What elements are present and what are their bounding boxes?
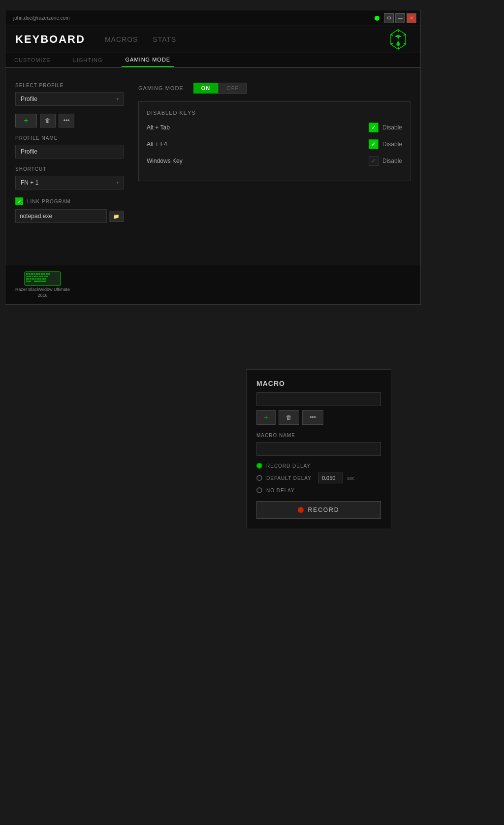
svg-rect-21 [36, 276, 38, 277]
link-program-label: LINK PROGRAM [27, 199, 71, 204]
profile-name-input[interactable] [15, 145, 124, 159]
key-name-alt-f4: Alt + F4 [147, 141, 167, 148]
gaming-mode-toggle: ON OFF [193, 83, 248, 94]
key-disable-alt-tab: Disable [382, 124, 402, 131]
nav-bar: KEYBOARD MACROS STATS [5, 26, 420, 53]
svg-rect-35 [26, 281, 29, 282]
macro-title: MACRO [256, 380, 381, 387]
macro-list-input[interactable] [256, 392, 381, 406]
left-panel: SELECT PROFILE Profile ▼ + 🗑 ••• PR [15, 83, 124, 250]
record-button-label: RECORD [308, 507, 339, 513]
no-delay-label: NO DELAY [266, 488, 295, 493]
profile-dropdown-wrapper: Profile ▼ [15, 92, 124, 106]
svg-rect-19 [32, 276, 33, 277]
record-dot-icon [298, 507, 304, 513]
link-program-input-row: 📁 [15, 209, 124, 223]
svg-rect-12 [38, 273, 40, 275]
main-content: SELECT PROFILE Profile ▼ + 🗑 ••• PR [5, 68, 420, 265]
nav-item-macros[interactable]: MACROS [105, 35, 138, 43]
svg-rect-29 [34, 278, 36, 280]
add-profile-button[interactable]: + [15, 114, 37, 127]
minimize-button[interactable]: — [395, 13, 405, 23]
macro-actions: + 🗑 ••• [256, 410, 381, 425]
razer-logo [386, 27, 410, 52]
trash-icon: 🗑 [45, 117, 51, 124]
record-delay-radio[interactable] [256, 463, 262, 469]
shortcut-dropdown[interactable]: FN + 1 [15, 176, 124, 190]
svg-rect-8 [29, 273, 31, 275]
device-name: Razer BlackWidow Ultimate 2016 [15, 287, 70, 298]
svg-rect-10 [33, 273, 35, 275]
profile-name-label: PROFILE NAME [15, 135, 124, 141]
svg-rect-34 [34, 281, 46, 282]
select-profile-label: SELECT PROFILE [15, 83, 124, 88]
default-delay-label: DEFAULT DELAY [266, 476, 312, 481]
shortcut-label: SHORTCUT [15, 166, 124, 172]
default-delay-radio[interactable] [256, 475, 262, 481]
file-browse-button[interactable]: 📁 [109, 211, 124, 222]
key-disable-windows: Disable [382, 158, 402, 164]
svg-rect-32 [42, 278, 44, 280]
key-right-alt-f4: ✓ Disable [369, 139, 402, 149]
svg-rect-16 [48, 273, 50, 275]
svg-rect-22 [39, 276, 41, 277]
record-button[interactable]: RECORD [256, 501, 381, 519]
svg-rect-18 [29, 276, 31, 277]
profile-dropdown[interactable]: Profile [15, 92, 124, 106]
tab-customize[interactable]: CUSTOMIZE [10, 53, 55, 67]
nav-item-stats[interactable]: STATS [153, 35, 176, 43]
key-right-alt-tab: ✓ Disable [369, 123, 402, 132]
macro-name-label: MACRO NAME [256, 433, 381, 438]
gaming-mode-on-button[interactable]: ON [193, 83, 219, 94]
close-button[interactable]: ✕ [407, 13, 416, 23]
link-program-checkbox[interactable]: ✓ [15, 197, 23, 205]
select-profile-group: SELECT PROFILE Profile ▼ [15, 83, 124, 106]
no-delay-radio[interactable] [256, 487, 262, 493]
key-row-alt-f4: Alt + F4 ✓ Disable [147, 139, 402, 149]
shortcut-dropdown-wrapper: FN + 1 ▼ [15, 176, 124, 190]
title-bar: john.doe@razerzone.com ⚙ — ✕ [5, 10, 420, 26]
tab-lighting[interactable]: LIGHTING [69, 53, 107, 67]
tab-bar: CUSTOMIZE LIGHTING GAMING MODE [5, 53, 420, 68]
no-delay-row: NO DELAY [256, 487, 381, 493]
svg-rect-30 [37, 278, 39, 280]
user-email: john.doe@razerzone.com [13, 15, 70, 21]
svg-rect-28 [32, 278, 34, 280]
link-program-input[interactable] [15, 209, 107, 223]
delay-unit-label: sec [347, 476, 355, 481]
svg-rect-26 [26, 278, 29, 280]
disabled-keys-title: DISABLED KEYS [147, 110, 402, 116]
tab-gaming-mode[interactable]: GAMING MODE [122, 53, 175, 67]
svg-rect-27 [30, 278, 32, 280]
status-dot [375, 16, 379, 21]
delete-profile-button[interactable]: 🗑 [40, 114, 56, 127]
svg-rect-11 [36, 273, 38, 275]
svg-rect-31 [39, 278, 41, 280]
key-checkbox-windows[interactable]: ✓ [369, 156, 378, 166]
svg-rect-17 [26, 276, 29, 277]
svg-rect-36 [29, 281, 31, 282]
macro-name-input[interactable] [256, 442, 381, 456]
key-checkbox-alt-f4[interactable]: ✓ [369, 139, 378, 149]
settings-button[interactable]: ⚙ [384, 13, 394, 23]
key-disable-alt-f4: Disable [382, 141, 402, 148]
delay-value-input[interactable] [318, 473, 343, 483]
svg-rect-14 [43, 273, 45, 275]
record-delay-row: RECORD DELAY [256, 463, 381, 469]
gaming-mode-off-button[interactable]: OFF [218, 83, 247, 94]
add-macro-button[interactable]: + [256, 410, 276, 425]
delete-macro-button[interactable]: 🗑 [279, 410, 299, 425]
record-delay-label: RECORD DELAY [266, 463, 311, 469]
device-item-keyboard[interactable]: Razer BlackWidow Ultimate 2016 [15, 271, 70, 298]
key-name-alt-tab: Alt + Tab [147, 124, 170, 131]
key-right-windows: ✓ Disable [369, 156, 402, 166]
macro-trash-icon: 🗑 [286, 414, 292, 421]
key-row-windows: Windows Key ✓ Disable [147, 156, 402, 166]
more-options-button[interactable]: ••• [59, 114, 74, 127]
more-macro-button[interactable]: ••• [302, 410, 323, 425]
key-checkbox-alt-tab[interactable]: ✓ [369, 123, 378, 132]
svg-rect-13 [41, 273, 43, 275]
default-delay-row: DEFAULT DELAY sec [256, 473, 381, 483]
svg-rect-33 [44, 278, 46, 280]
disabled-keys-panel: DISABLED KEYS Alt + Tab ✓ Disable Alt + … [138, 101, 410, 181]
